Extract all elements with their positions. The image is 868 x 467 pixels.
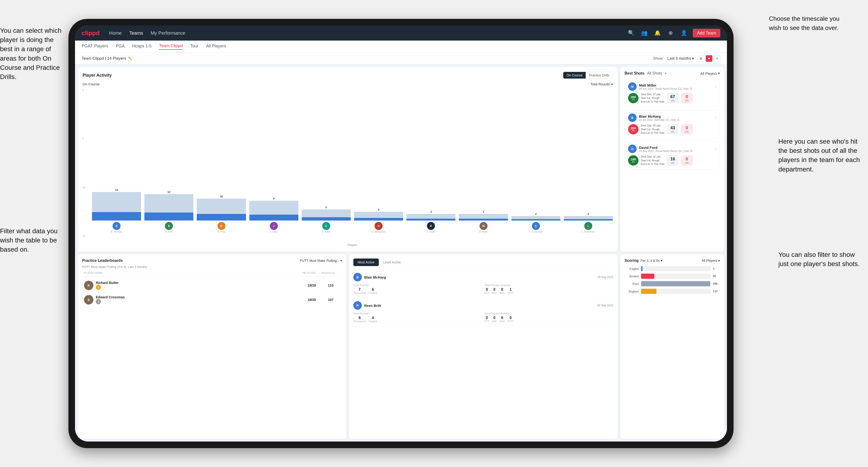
show-label: Show:	[653, 56, 663, 61]
panel-header: Player Activity On Course Practice Drill…	[83, 72, 613, 79]
chart-area: 15 10 5 0 13 B B. McHarg 12 B B. Britt 1…	[83, 88, 613, 247]
shot-badge: 198 SG	[628, 155, 639, 165]
bar	[197, 198, 246, 220]
chevron-right-icon[interactable]: ›	[715, 84, 716, 89]
nav-link-performance[interactable]: My Performance	[151, 30, 185, 36]
scoring-title: Scoring	[625, 258, 639, 263]
bar-group: 4 O O. Billingham	[354, 208, 403, 233]
bar-value: 12	[167, 191, 170, 193]
subnav-hcaps[interactable]: Hcaps 1-5	[132, 44, 151, 50]
show-select[interactable]: Last 3 months ▾	[668, 56, 694, 61]
chart-filter-dropdown[interactable]: Total Rounds ▾	[590, 82, 613, 86]
scoring-bar-fill	[641, 266, 643, 271]
bar-group: 13 B B. McHarg	[92, 188, 141, 233]
main-content: Player Activity On Course Practice Drill…	[75, 64, 727, 441]
active-tabs: Most Active Least Active	[353, 258, 613, 266]
view-heart-icon[interactable]: ♥	[706, 55, 712, 62]
bar	[144, 194, 193, 220]
all-players-filter[interactable]: All Players ▾	[700, 71, 720, 75]
lb-avatar: E	[84, 295, 93, 305]
avatar: B	[113, 222, 121, 230]
toggle-on-course[interactable]: On Course	[563, 72, 586, 79]
edit-icon[interactable]: ✏️	[128, 57, 132, 60]
active-rounds-section: Total Rounds 8 Tournament 4 Practice	[353, 312, 482, 323]
drill-subtitle: PUTT Must Make Putting (3-6 ft), Last 3 …	[82, 265, 342, 269]
chart-section-label: On Course	[83, 82, 100, 86]
scoring-bar-track	[641, 274, 710, 279]
chevron-down-icon: ▾	[718, 259, 720, 262]
bar-group: 3 M M. Miller	[459, 210, 508, 233]
chevron-right-icon[interactable]: ›	[715, 115, 716, 120]
scoring-player-filter[interactable]: All Players ▾	[702, 259, 720, 262]
tab-all-shots[interactable]: All Shots	[647, 71, 662, 75]
nav-link-home[interactable]: Home	[109, 30, 122, 36]
search-icon[interactable]: 🔍	[627, 29, 635, 37]
subnav-pga[interactable]: PGA	[116, 44, 125, 50]
scoring-bars: Eagles 3 Birdies 96 Pars 499 Bogeys 110	[625, 266, 720, 434]
drill-select[interactable]: PUTT Must Make Putting... ▾	[300, 259, 342, 262]
avatar: R	[427, 222, 435, 230]
active-date: 26 Aug 2023	[597, 276, 613, 279]
bar-value: 3	[483, 210, 484, 213]
practice-header: Practice Leaderboards PUTT Must Make Put…	[82, 258, 342, 263]
shot-badge: 200 SG	[628, 93, 639, 103]
bar	[354, 212, 403, 220]
people-icon[interactable]: 👥	[640, 29, 648, 37]
add-circle-icon[interactable]: ⊕	[666, 29, 675, 37]
toggle-practice-drills[interactable]: Practice Drills	[586, 72, 613, 79]
lb-pb-score: 19/20	[302, 283, 321, 287]
subnav-team-clippd[interactable]: Team Clippd	[159, 43, 183, 50]
scoring-tabs: Scoring Par 3, 4 & 5s ▾	[625, 258, 662, 263]
add-team-button[interactable]: Add Team	[693, 29, 720, 37]
bar-highlight	[512, 219, 560, 220]
bar	[564, 216, 613, 220]
active-card: R Rees Britt 02 Sep 2023 Total Rounds 8 …	[353, 298, 613, 326]
bottom-row-left: Practice Leaderboards PUTT Must Make Put…	[78, 254, 618, 439]
subnav-pgat[interactable]: PGAT Players	[82, 44, 108, 50]
scoring-par-filter[interactable]: Par 3, 4 & 5s ▾	[641, 259, 662, 262]
most-active-panel: Most Active Least Active B Blair McHarg …	[349, 254, 618, 439]
stat-pill-zero: 0 yds	[681, 93, 693, 103]
bar-label: E. Ebert	[322, 230, 331, 233]
active-stat-tournament: 8 Tournament	[353, 316, 366, 323]
subnav-tour[interactable]: Tour	[190, 44, 198, 50]
lb-name: Richard Butler	[96, 281, 118, 285]
bar-value: 2	[588, 213, 589, 215]
lb-player-details: Richard Butler 1	[96, 281, 118, 290]
avatar: E	[322, 222, 330, 230]
subnav-all-players[interactable]: All Players	[206, 44, 226, 50]
scoring-bar-track	[641, 281, 710, 286]
scoring-panel: Scoring Par 3, 4 & 5s ▾ All Players ▾ Ea…	[620, 254, 724, 439]
stat-pill-distance: 16 yds	[667, 155, 679, 165]
bar-value: 5	[326, 206, 327, 209]
scoring-bar-label: Eagles	[625, 267, 639, 271]
nav-icons: 🔍 👥 🔔 ⊕ 👤 Add Team	[627, 29, 720, 37]
bar-value: 10	[220, 195, 223, 198]
active-player: B Blair McHarg	[353, 273, 386, 281]
tab-best-shots[interactable]: Best Shots	[625, 71, 644, 75]
tab-least-active[interactable]: Least Active	[379, 258, 405, 266]
bar-value: 3	[430, 210, 432, 213]
view-list-icon[interactable]: ≡	[714, 55, 720, 62]
lb-row: R Richard Butler 1 19/20 110	[82, 278, 342, 293]
panel-title: Player Activity	[83, 73, 112, 78]
chevron-right-icon[interactable]: ›	[715, 147, 716, 151]
player-info: M Matt Miller 09 Jun 2023 · Royal North …	[628, 82, 692, 91]
view-grid-icon[interactable]: ⊞	[698, 55, 704, 62]
profile-icon[interactable]: 👤	[680, 29, 688, 37]
active-stat-tournament: 7 Tournament	[353, 287, 366, 294]
bar-value: 13	[115, 188, 118, 191]
nav-link-teams[interactable]: Teams	[129, 30, 143, 36]
tablet-frame: clippd Home Teams My Performance 🔍 👥 🔔 ⊕…	[68, 19, 734, 448]
tab-most-active[interactable]: Most Active	[353, 258, 379, 266]
player-meta: 23 Jul 2023 · Ashridge GC, Hole 15	[639, 118, 680, 121]
scoring-bar-label: Bogeys	[625, 290, 639, 293]
bar-value: 9	[273, 197, 275, 200]
scoring-bar-row: Eagles 3	[625, 266, 720, 271]
scoring-bar-fill	[641, 274, 654, 279]
chevron-down-icon: ▾	[665, 71, 666, 75]
chevron-down-icon: ▾	[340, 259, 342, 262]
bar-highlight	[144, 213, 193, 220]
bar-highlight	[302, 217, 351, 220]
bell-icon[interactable]: 🔔	[653, 29, 661, 37]
